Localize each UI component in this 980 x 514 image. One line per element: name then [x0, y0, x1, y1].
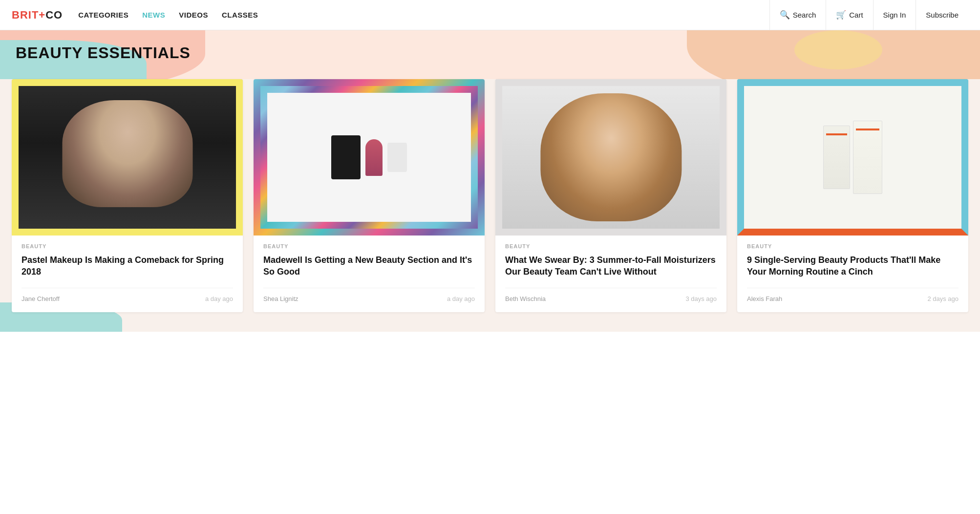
- signin-label: Sign In: [883, 11, 906, 19]
- card-category-1: BEAUTY: [21, 243, 233, 249]
- cart-icon: 🛒: [836, 10, 846, 20]
- page-title: BEAUTY ESSENTIALS: [0, 30, 980, 76]
- cards-grid: BEAUTY Pastel Makeup Is Making a Comebac…: [12, 79, 968, 312]
- subscribe-label: Subscribe: [926, 11, 959, 19]
- cart-button[interactable]: 🛒 Cart: [826, 0, 873, 30]
- search-label: Search: [793, 11, 816, 19]
- card-body-3: BEAUTY What We Swear By: 3 Summer-to-Fal…: [495, 236, 726, 312]
- card-title-1: Pastel Makeup Is Making a Comeback for S…: [21, 254, 233, 278]
- nav-videos[interactable]: VIDEOS: [179, 11, 208, 19]
- nav-news[interactable]: NEWS: [142, 11, 165, 19]
- card-author-4: Alexis Farah: [747, 295, 782, 302]
- card-category-3: BEAUTY: [505, 243, 717, 249]
- navbar: BRIT+CO CATEGORIES NEWS VIDEOS CLASSES 🔍…: [0, 0, 980, 30]
- card-image-3: [495, 79, 726, 236]
- hero-section: BEAUTY ESSENTIALS: [0, 30, 980, 79]
- card-time-2: a day ago: [447, 295, 475, 302]
- card-footer-3: Beth Wischnia 3 days ago: [505, 288, 717, 302]
- search-icon: 🔍: [780, 10, 790, 20]
- card-image-2: [254, 79, 485, 236]
- card-category-4: BEAUTY: [747, 243, 959, 249]
- cards-section: BEAUTY Pastel Makeup Is Making a Comebac…: [0, 79, 980, 332]
- article-card-3[interactable]: BEAUTY What We Swear By: 3 Summer-to-Fal…: [495, 79, 726, 312]
- card-category-2: BEAUTY: [263, 243, 475, 249]
- card-body-1: BEAUTY Pastel Makeup Is Making a Comebac…: [12, 236, 243, 312]
- logo-plus: +: [39, 9, 45, 21]
- card-footer-1: Jane Chertoff a day ago: [21, 288, 233, 302]
- search-button[interactable]: 🔍 Search: [770, 0, 827, 30]
- card-title-2: Madewell Is Getting a New Beauty Section…: [263, 254, 475, 278]
- signin-button[interactable]: Sign In: [873, 0, 916, 30]
- card-body-4: BEAUTY 9 Single-Serving Beauty Products …: [737, 236, 968, 312]
- logo-co: CO: [45, 9, 63, 21]
- card-author-2: Shea Lignitz: [263, 295, 298, 302]
- card-time-1: a day ago: [205, 295, 233, 302]
- logo-brit: BRIT: [12, 9, 39, 21]
- card-body-2: BEAUTY Madewell Is Getting a New Beauty …: [254, 236, 485, 312]
- card-time-4: 2 days ago: [927, 295, 959, 302]
- nav-links: CATEGORIES NEWS VIDEOS CLASSES: [78, 11, 769, 19]
- card-image-4: [737, 79, 968, 236]
- card-time-3: 3 days ago: [685, 295, 717, 302]
- cart-label: Cart: [849, 11, 863, 19]
- card-author-1: Jane Chertoff: [21, 295, 60, 302]
- card-author-3: Beth Wischnia: [505, 295, 546, 302]
- nav-classes[interactable]: CLASSES: [222, 11, 258, 19]
- article-card-2[interactable]: BEAUTY Madewell Is Getting a New Beauty …: [254, 79, 485, 312]
- nav-categories[interactable]: CATEGORIES: [78, 11, 128, 19]
- card-title-4: 9 Single-Serving Beauty Products That'll…: [747, 254, 959, 278]
- card-footer-4: Alexis Farah 2 days ago: [747, 288, 959, 302]
- card-image-1: [12, 79, 243, 236]
- card-footer-2: Shea Lignitz a day ago: [263, 288, 475, 302]
- logo[interactable]: BRIT+CO: [12, 9, 63, 21]
- card-title-3: What We Swear By: 3 Summer-to-Fall Moist…: [505, 254, 717, 278]
- article-card-4[interactable]: BEAUTY 9 Single-Serving Beauty Products …: [737, 79, 968, 312]
- article-card-1[interactable]: BEAUTY Pastel Makeup Is Making a Comebac…: [12, 79, 243, 312]
- subscribe-button[interactable]: Subscribe: [916, 0, 968, 30]
- nav-right: 🔍 Search 🛒 Cart Sign In Subscribe: [769, 0, 968, 30]
